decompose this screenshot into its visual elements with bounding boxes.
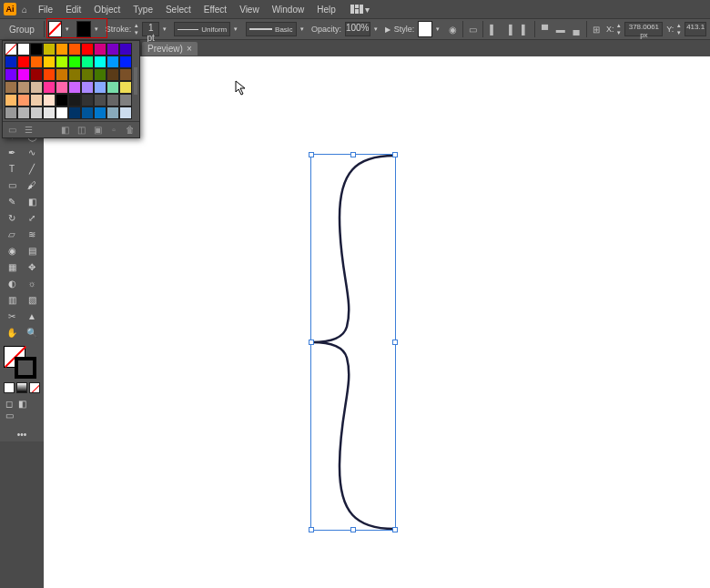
swatch[interactable] — [68, 106, 81, 119]
menu-select[interactable]: Select — [160, 3, 197, 16]
brush-dropdown[interactable]: Basic — [246, 22, 297, 36]
swatch[interactable] — [81, 68, 94, 81]
menu-window[interactable]: Window — [267, 3, 310, 16]
stroke-weight-input[interactable]: 1 pt — [142, 22, 159, 36]
swatch[interactable] — [56, 94, 68, 106]
eraser-tool[interactable]: ◧ — [22, 193, 42, 209]
swatch[interactable] — [56, 81, 68, 94]
swatch[interactable] — [68, 68, 81, 81]
swatch-menu-icon[interactable]: ☰ — [23, 125, 34, 136]
menu-effect[interactable]: Effect — [198, 3, 232, 16]
menu-view[interactable]: View — [234, 3, 265, 16]
handle-bl[interactable] — [309, 527, 314, 532]
swatch[interactable] — [68, 81, 81, 94]
graph-tool[interactable]: ▥ — [2, 291, 22, 308]
selected-artwork[interactable] — [310, 154, 396, 531]
canvas[interactable] — [44, 56, 710, 588]
swatch[interactable] — [17, 68, 30, 81]
screen-mode[interactable]: ▭ — [5, 411, 14, 421]
fill-dropdown[interactable]: ▾ — [66, 25, 73, 33]
swatch[interactable] — [30, 68, 43, 81]
swatch[interactable] — [81, 81, 94, 94]
swatch[interactable] — [56, 68, 68, 81]
brush-tool[interactable]: 🖌 — [22, 177, 42, 193]
handle-br[interactable] — [392, 527, 398, 532]
swatch[interactable] — [106, 81, 119, 94]
new-group-icon[interactable]: ▣ — [92, 125, 103, 136]
handle-tm[interactable] — [350, 152, 356, 157]
swatch[interactable] — [5, 81, 17, 94]
recolor-icon[interactable]: ◉ — [447, 22, 459, 36]
swatch-options-icon[interactable]: ◫ — [76, 125, 86, 136]
scale-tool[interactable]: ⤢ — [22, 209, 42, 226]
handle-bm[interactable] — [350, 527, 356, 532]
swatch[interactable] — [106, 56, 119, 68]
blend-tool[interactable]: ◐ — [2, 275, 22, 291]
draw-behind[interactable]: ◧ — [18, 399, 26, 409]
swatch[interactable] — [30, 43, 43, 56]
swatch[interactable] — [106, 106, 119, 119]
width-tool[interactable]: ▱ — [2, 226, 22, 242]
swatch[interactable] — [68, 56, 81, 68]
mesh-tool[interactable]: ▦ — [2, 259, 22, 275]
swatch[interactable] — [56, 106, 68, 119]
valign-mid-icon[interactable]: ▬ — [554, 22, 566, 36]
curvature-tool[interactable]: ∿ — [22, 144, 42, 160]
y-input[interactable]: 413.1 — [685, 22, 706, 36]
swatch[interactable] — [56, 43, 68, 56]
none-mode[interactable] — [29, 382, 40, 393]
swatch[interactable] — [30, 81, 43, 94]
swatch[interactable] — [81, 106, 94, 119]
align-center-icon[interactable]: ▐ — [503, 22, 515, 36]
swatch[interactable] — [30, 106, 43, 119]
swatch[interactable] — [5, 94, 17, 106]
warp-tool[interactable]: ≋ — [22, 226, 42, 242]
new-swatch-icon[interactable]: ▫ — [108, 125, 119, 136]
close-tab-icon[interactable]: × — [187, 44, 192, 54]
stroke-swatch[interactable] — [76, 21, 90, 37]
profile-dropdown[interactable]: Uniform — [174, 22, 230, 36]
swatch[interactable] — [5, 68, 17, 81]
valign-top-icon[interactable]: ▀ — [539, 22, 551, 36]
swatch[interactable] — [119, 43, 132, 56]
swatch[interactable] — [30, 94, 43, 106]
home-icon[interactable]: ⌂ — [18, 3, 31, 15]
swatch[interactable] — [119, 68, 132, 81]
swatch[interactable] — [106, 94, 119, 106]
swatch[interactable] — [119, 94, 132, 106]
pen-tool[interactable]: ✒ — [2, 144, 22, 160]
document-tab[interactable]: Preview) × — [142, 42, 198, 56]
delete-swatch-icon[interactable]: 🗑 — [125, 125, 136, 136]
swatch-kind-icon[interactable]: ◧ — [59, 125, 70, 136]
handle-tl[interactable] — [309, 152, 314, 157]
swatch[interactable] — [17, 94, 30, 106]
line-tool[interactable]: ╱ — [22, 160, 42, 177]
menu-help[interactable]: Help — [311, 3, 341, 16]
slice-tool[interactable]: ✂ — [2, 308, 22, 324]
swatch-lib-icon[interactable]: ▭ — [6, 125, 17, 136]
color-mode[interactable] — [4, 382, 15, 393]
swatch[interactable] — [5, 56, 17, 68]
swatch[interactable] — [106, 68, 119, 81]
swatch[interactable] — [68, 94, 81, 106]
swatch[interactable] — [94, 106, 106, 119]
swatch[interactable] — [68, 43, 81, 56]
swatch[interactable] — [81, 94, 94, 106]
swatch[interactable] — [43, 68, 56, 81]
align-left-icon[interactable]: ▌ — [487, 22, 499, 36]
artboard-tool[interactable]: ▧ — [22, 291, 42, 308]
shape-builder-tool[interactable]: ◉ — [2, 242, 22, 259]
swatch[interactable] — [17, 43, 30, 56]
perspective-tool[interactable]: ▲ — [22, 308, 42, 324]
eyedropper-tool[interactable]: ✥ — [22, 259, 42, 275]
x-input[interactable]: 378.0061 px — [624, 22, 663, 36]
swatch[interactable] — [17, 106, 30, 119]
swatch[interactable] — [43, 81, 56, 94]
swatch[interactable] — [119, 106, 132, 119]
swatch[interactable] — [43, 94, 56, 106]
swatch[interactable] — [56, 56, 68, 68]
swatch[interactable] — [94, 68, 106, 81]
swatch[interactable] — [17, 81, 30, 94]
align-right-icon[interactable]: ▌ — [519, 22, 531, 36]
valign-bot-icon[interactable]: ▄ — [571, 22, 583, 36]
